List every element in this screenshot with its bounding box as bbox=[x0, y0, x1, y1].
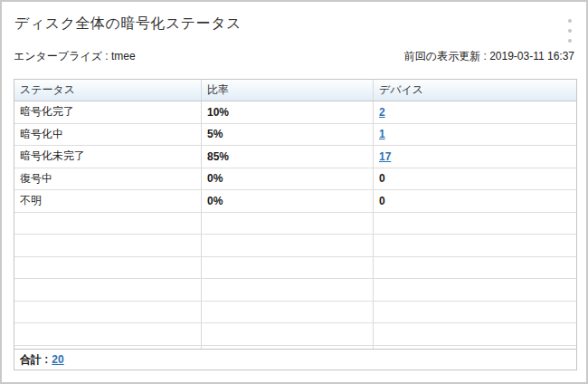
kebab-dot bbox=[568, 39, 572, 43]
meta-row: エンタープライズ : tmee 前回の表示更新 : 2019-03-11 16:… bbox=[2, 49, 586, 64]
status-cell: 暗号化中 bbox=[14, 124, 202, 146]
ratio-cell: 0% bbox=[202, 190, 374, 212]
ratio-cell: 0% bbox=[202, 168, 374, 190]
empty-table-row bbox=[14, 213, 576, 235]
enterprise-label: エンタープライズ : bbox=[14, 50, 109, 62]
status-cell: 復号中 bbox=[14, 168, 202, 190]
table-row: 暗号化完了 10% 2 bbox=[14, 101, 576, 124]
empty-table-row bbox=[14, 257, 576, 280]
table-body: 暗号化完了 10% 2 暗号化中 5% 1 暗号化未完了 85% 17 復号中 … bbox=[14, 101, 576, 349]
kebab-menu-icon[interactable] bbox=[564, 19, 576, 43]
column-header-devices: デバイス bbox=[374, 80, 576, 101]
status-cell: 暗号化未完了 bbox=[14, 146, 202, 168]
last-update-info: 前回の表示更新 : 2019-03-11 16:37 bbox=[404, 49, 574, 64]
device-count-value: 0 bbox=[374, 190, 576, 212]
table-row: 復号中 0% 0 bbox=[14, 168, 576, 191]
title-bar: ディスク全体の暗号化ステータス bbox=[2, 2, 586, 34]
encryption-status-widget: ディスク全体の暗号化ステータス エンタープライズ : tmee 前回の表示更新 … bbox=[0, 0, 588, 384]
table-row: 不明 0% 0 bbox=[14, 190, 576, 213]
ratio-cell: 85% bbox=[202, 146, 374, 168]
status-cell: 暗号化完了 bbox=[14, 101, 202, 123]
table-footer: 合計 : 20 bbox=[14, 349, 576, 370]
ratio-cell: 10% bbox=[202, 101, 374, 123]
total-count-link[interactable]: 20 bbox=[52, 353, 63, 366]
page-title: ディスク全体の暗号化ステータス bbox=[14, 15, 242, 31]
last-update-label: 前回の表示更新 : bbox=[404, 50, 487, 62]
table-row: 暗号化中 5% 1 bbox=[14, 124, 576, 147]
device-count-value: 0 bbox=[374, 168, 576, 190]
encryption-status-table: ステータス 比率 デバイス 暗号化完了 10% 2 暗号化中 5% 1 暗号化未… bbox=[14, 79, 577, 370]
kebab-dot bbox=[568, 19, 572, 23]
enterprise-value: tmee bbox=[111, 50, 136, 62]
table-row: 暗号化未完了 85% 17 bbox=[14, 146, 576, 168]
device-count-link[interactable]: 17 bbox=[379, 150, 391, 163]
ratio-cell: 5% bbox=[202, 124, 374, 146]
table-header-row: ステータス 比率 デバイス bbox=[14, 80, 576, 101]
empty-table-row bbox=[14, 235, 576, 257]
column-header-ratio: 比率 bbox=[202, 80, 374, 101]
kebab-dot bbox=[568, 29, 572, 33]
column-header-status: ステータス bbox=[14, 80, 202, 101]
device-count-link[interactable]: 2 bbox=[379, 106, 385, 119]
total-label: 合計 : bbox=[20, 352, 48, 368]
enterprise-info: エンタープライズ : tmee bbox=[14, 49, 136, 64]
status-cell: 不明 bbox=[14, 190, 202, 212]
device-count-link[interactable]: 1 bbox=[379, 128, 385, 140]
empty-table-row bbox=[14, 302, 576, 324]
empty-table-row bbox=[14, 279, 576, 302]
empty-table-row bbox=[14, 323, 576, 346]
last-update-value: 2019-03-11 16:37 bbox=[489, 50, 574, 62]
